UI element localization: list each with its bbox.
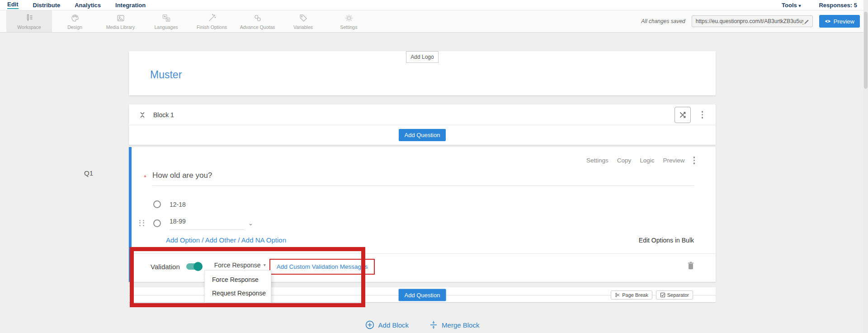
validation-toggle[interactable] <box>186 263 202 270</box>
dropdown-option-force-response[interactable]: Force Response <box>205 273 271 286</box>
tab-analytics[interactable]: Analytics <box>75 2 101 9</box>
option-links-row: Add Option / Add Other / Add NA Option E… <box>166 236 694 244</box>
toolbar-item-label: Workspace <box>17 24 41 30</box>
question-actions: Settings Copy Logic Preview <box>132 147 716 164</box>
edit-pencil-icon[interactable] <box>803 18 810 24</box>
gear-icon <box>344 13 354 23</box>
toolbar-item-design[interactable]: Design <box>52 10 98 32</box>
block-header: Block 1 <box>129 105 716 125</box>
collapse-block-icon[interactable] <box>139 111 146 119</box>
toolbar-item-label: Languages <box>155 24 178 30</box>
chevron-down-icon[interactable]: ⌄ <box>248 220 253 227</box>
block-actions: Add Block Merge Block <box>129 320 716 329</box>
page-break-icon <box>615 292 620 298</box>
link-separator: / <box>200 236 205 244</box>
toolbar-item-label: Settings <box>340 24 358 30</box>
edit-options-in-bulk-link[interactable]: Edit Options in Bulk <box>639 237 694 244</box>
tools-menu[interactable]: Tools ▾ <box>782 2 801 9</box>
toolbar-item-languages[interactable]: Languages <box>143 10 189 32</box>
block-menu-button[interactable] <box>702 111 703 119</box>
plus-circle-icon <box>365 320 374 329</box>
question-menu-button[interactable] <box>693 157 695 164</box>
scrollbar-thumb[interactable] <box>864 12 868 89</box>
toolbar-item-finish-options[interactable]: Finish Options <box>189 10 235 32</box>
question-copy-link[interactable]: Copy <box>617 157 632 164</box>
survey-editor-canvas: Add Logo Muster Block 1 Add Question <box>0 33 868 333</box>
checkbox-icon <box>660 292 665 298</box>
tab-edit[interactable]: Edit <box>7 1 19 9</box>
answer-option-row: 18-99 ⌄ <box>153 217 716 230</box>
survey-header-card: Add Logo Muster <box>129 51 716 95</box>
link-separator: / <box>236 236 241 244</box>
validation-label: Validation <box>151 263 180 271</box>
question-card: Settings Copy Logic Preview * How old ar… <box>129 147 716 282</box>
delete-question-button[interactable] <box>687 261 695 272</box>
languages-icon <box>161 13 171 23</box>
question-settings-link[interactable]: Settings <box>586 157 609 164</box>
preview-button[interactable]: Preview <box>819 15 860 28</box>
save-status: All changes saved <box>641 18 685 24</box>
image-icon <box>116 13 126 23</box>
question-text[interactable]: How old are you? <box>152 171 694 186</box>
add-custom-validation-messages-button[interactable]: Add Custom Validation Messages <box>269 259 375 275</box>
toolbar-item-variables[interactable]: Variables <box>280 10 326 32</box>
add-question-band: Add Question <box>129 125 716 145</box>
eye-icon <box>825 19 831 24</box>
add-question-button-bottom[interactable]: Add Question <box>399 289 446 301</box>
option-label[interactable]: 18-99 <box>170 218 186 225</box>
question-logic-link[interactable]: Logic <box>640 157 654 164</box>
editor-toolbar: Workspace Design Media Library Languages… <box>0 10 868 33</box>
randomize-questions-button[interactable] <box>675 107 691 123</box>
chain-link-icon <box>253 13 263 23</box>
answer-option-row: 12-18 <box>153 198 716 211</box>
merge-block-button[interactable]: Merge Block <box>429 320 479 329</box>
top-navigation: Edit Distribute Analytics Integration To… <box>0 0 868 10</box>
toggle-knob <box>193 262 203 271</box>
chevron-down-icon: ▾ <box>798 3 801 8</box>
question-id-label: Q1 <box>84 169 93 177</box>
radio-button[interactable] <box>153 200 161 208</box>
radio-button[interactable] <box>153 219 161 227</box>
add-na-option-link[interactable]: Add NA Option <box>241 236 286 244</box>
tag-icon <box>298 13 308 23</box>
add-option-link[interactable]: Add Option <box>166 236 200 244</box>
add-question-button-top[interactable]: Add Question <box>399 129 446 141</box>
separator-button[interactable]: Separator <box>656 290 693 300</box>
validation-type-dropdown: Force Response Request Response <box>204 270 271 303</box>
required-asterisk: * <box>144 171 152 186</box>
toolbar-item-settings[interactable]: Settings <box>326 10 372 32</box>
workspace-icon <box>24 13 34 23</box>
responses-count[interactable]: Responses: 5 <box>819 2 857 9</box>
add-block-button[interactable]: Add Block <box>365 320 409 329</box>
add-other-link[interactable]: Add Other <box>205 236 236 244</box>
survey-title[interactable]: Muster <box>150 69 716 81</box>
option-label[interactable]: 12-18 <box>170 201 186 208</box>
question-preview-link[interactable]: Preview <box>663 157 684 164</box>
trash-icon <box>687 261 695 270</box>
shuffle-icon <box>679 111 687 119</box>
block-card: Block 1 Add Question <box>129 105 716 145</box>
toolbar-item-label: Variables <box>293 24 313 30</box>
survey-url-field[interactable] <box>692 15 813 27</box>
chevron-down-icon: ▾ <box>264 262 266 267</box>
drag-handle[interactable] <box>139 220 145 226</box>
survey-url-input[interactable] <box>696 18 803 24</box>
toolbar-item-media-library[interactable]: Media Library <box>98 10 143 32</box>
palette-icon <box>70 13 80 23</box>
question-title-row: * How old are you? <box>144 171 694 186</box>
toolbar-item-label: Media Library <box>106 24 135 30</box>
tab-integration[interactable]: Integration <box>115 2 146 9</box>
dropdown-option-request-response[interactable]: Request Response <box>205 286 271 300</box>
tab-distribute[interactable]: Distribute <box>33 2 61 9</box>
vertical-scrollbar[interactable] <box>863 0 868 333</box>
page-break-button[interactable]: Page Break <box>611 290 652 300</box>
toolbar-item-label: Advance Quotas <box>240 24 275 30</box>
toolbar-item-label: Finish Options <box>197 24 227 30</box>
merge-icon <box>429 321 438 329</box>
block-title[interactable]: Block 1 <box>153 111 174 119</box>
toolbar-item-advance-quotas[interactable]: Advance Quotas <box>235 10 280 32</box>
toolbar-item-workspace[interactable]: Workspace <box>6 10 52 32</box>
toolbar-item-label: Design <box>67 24 82 30</box>
magic-wand-icon <box>207 13 217 23</box>
add-logo-button[interactable]: Add Logo <box>406 51 438 63</box>
